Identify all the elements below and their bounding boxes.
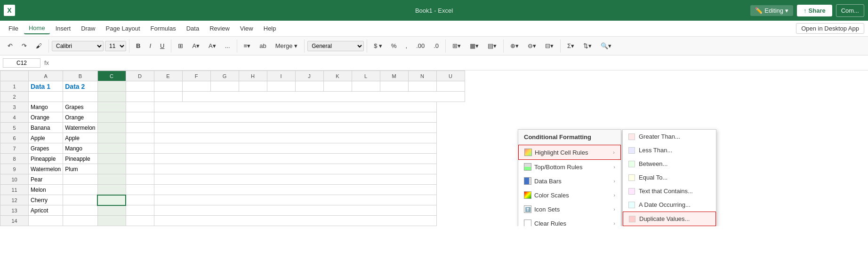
cell-g1[interactable]: [210, 81, 239, 92]
col-header-l[interactable]: L: [352, 71, 380, 81]
cell-c8[interactable]: [97, 154, 126, 164]
col-header-e[interactable]: E: [154, 71, 182, 81]
cell-f1[interactable]: [182, 81, 210, 92]
format-button[interactable]: ⊟▾: [541, 40, 557, 51]
menu-insert[interactable]: Insert: [51, 23, 76, 34]
cell-b3[interactable]: Grapes: [63, 102, 97, 112]
cell-c7[interactable]: [97, 143, 126, 154]
col-header-d[interactable]: D: [126, 71, 154, 81]
format-table-button[interactable]: ▦▾: [466, 40, 482, 51]
cell-a9[interactable]: Watermelon: [29, 164, 63, 174]
menu-review[interactable]: Review: [205, 23, 234, 34]
cell-c3[interactable]: [97, 102, 126, 112]
cell-a6[interactable]: Apple: [29, 133, 63, 143]
cell-b7[interactable]: Mango: [63, 143, 97, 154]
submenu-text-contains[interactable]: Text that Contains...: [623, 184, 716, 198]
cell-d5[interactable]: [126, 123, 154, 133]
italic-button[interactable]: I: [145, 40, 155, 51]
format-painter-button[interactable]: 🖌: [32, 40, 46, 51]
font-size-select[interactable]: 11: [105, 41, 126, 51]
cell-e2[interactable]: [154, 92, 182, 102]
cell-h1[interactable]: [239, 81, 267, 92]
col-header-f[interactable]: F: [182, 71, 210, 81]
cell-a2[interactable]: [29, 92, 63, 102]
cell-d12[interactable]: [126, 195, 154, 205]
cell-d2[interactable]: [126, 92, 154, 102]
cf-clear-rules[interactable]: Clear Rules ›: [518, 216, 621, 226]
col-header-i[interactable]: I: [267, 71, 295, 81]
number-format-select[interactable]: General: [307, 41, 364, 51]
menu-help[interactable]: Help: [259, 23, 281, 34]
cell-a10[interactable]: Pear: [29, 174, 63, 185]
menu-draw[interactable]: Draw: [76, 23, 100, 34]
cell-reference-input[interactable]: [3, 58, 40, 68]
redo-button[interactable]: ↷: [18, 40, 31, 51]
cell-b2[interactable]: [63, 92, 97, 102]
format-cells-button[interactable]: ⊞: [174, 40, 187, 51]
cell-a14[interactable]: [29, 216, 63, 226]
cell-n1[interactable]: [408, 81, 436, 92]
menu-file[interactable]: File: [4, 23, 23, 34]
col-header-b[interactable]: B: [63, 71, 97, 81]
currency-button[interactable]: $ ▾: [370, 40, 386, 51]
cell-c4[interactable]: [97, 112, 126, 123]
menu-data[interactable]: Data: [182, 23, 204, 34]
cell-d9[interactable]: [126, 164, 154, 174]
cell-b5[interactable]: Watermelon: [63, 123, 97, 133]
submenu-greater-than[interactable]: Greater Than...: [623, 130, 716, 143]
cf-color-scales[interactable]: Color Scales ›: [518, 188, 621, 202]
cell-b12[interactable]: [63, 195, 97, 205]
cell-rest14[interactable]: [154, 216, 436, 226]
cell-c12-selected[interactable]: [97, 195, 126, 205]
cell-c5[interactable]: [97, 123, 126, 133]
cell-rest11[interactable]: [154, 185, 436, 195]
open-desktop-button[interactable]: Open in Desktop App: [796, 23, 864, 34]
sum-button[interactable]: Σ▾: [563, 40, 578, 51]
cell-d7[interactable]: [126, 143, 154, 154]
conditional-format-button[interactable]: ⊞▾: [449, 40, 465, 51]
cell-i1[interactable]: [267, 81, 295, 92]
share-button[interactable]: ↑ Share: [797, 5, 832, 16]
cell-k1[interactable]: [323, 81, 352, 92]
font-color-button[interactable]: A▾: [205, 40, 220, 51]
col-header-j[interactable]: J: [295, 71, 323, 81]
cell-styles-button[interactable]: ▤▾: [484, 40, 500, 51]
cf-highlight-cell-rules[interactable]: Highlight Cell Rules ›: [518, 145, 621, 160]
wrap-button[interactable]: ab: [256, 40, 270, 51]
submenu-equal-to[interactable]: Equal To...: [623, 171, 716, 184]
cell-c6[interactable]: [97, 133, 126, 143]
cell-rest4[interactable]: [154, 112, 436, 123]
comment-button[interactable]: Com...: [836, 4, 864, 17]
col-header-g[interactable]: G: [210, 71, 239, 81]
cell-b14[interactable]: [63, 216, 97, 226]
submenu-less-than[interactable]: Less Than...: [623, 143, 716, 157]
insert-button[interactable]: ⊕▾: [506, 40, 522, 51]
cell-c1[interactable]: [97, 81, 126, 92]
col-header-c[interactable]: C: [97, 71, 126, 81]
cell-b13[interactable]: [63, 205, 97, 216]
sort-button[interactable]: ⇅▾: [579, 40, 595, 51]
cell-d3[interactable]: [126, 102, 154, 112]
cell-rest3[interactable]: [154, 102, 436, 112]
cell-a11[interactable]: Melon: [29, 185, 63, 195]
cell-b6[interactable]: Apple: [63, 133, 97, 143]
cell-j1[interactable]: [295, 81, 323, 92]
cell-d6[interactable]: [126, 133, 154, 143]
cell-a13[interactable]: Apricot: [29, 205, 63, 216]
cell-a8[interactable]: Pineapple: [29, 154, 63, 164]
cell-rest7[interactable]: [154, 143, 436, 154]
cell-d1[interactable]: [126, 81, 154, 92]
editing-button[interactable]: ✏️ Editing ▾: [750, 5, 793, 16]
decrease-decimal-button[interactable]: .0: [430, 40, 442, 51]
cell-d14[interactable]: [126, 216, 154, 226]
cell-rest12[interactable]: [154, 195, 436, 205]
cell-b9[interactable]: Plum: [63, 164, 97, 174]
cell-c10[interactable]: [97, 174, 126, 185]
increase-decimal-button[interactable]: .00: [412, 40, 428, 51]
font-select[interactable]: Calibri: [52, 41, 104, 51]
comma-button[interactable]: ,: [402, 40, 411, 51]
submenu-date-occurring[interactable]: A Date Occurring...: [623, 198, 716, 212]
cell-a3[interactable]: Mango: [29, 102, 63, 112]
cell-d11[interactable]: [126, 185, 154, 195]
cell-a1[interactable]: Data 1: [29, 81, 63, 92]
